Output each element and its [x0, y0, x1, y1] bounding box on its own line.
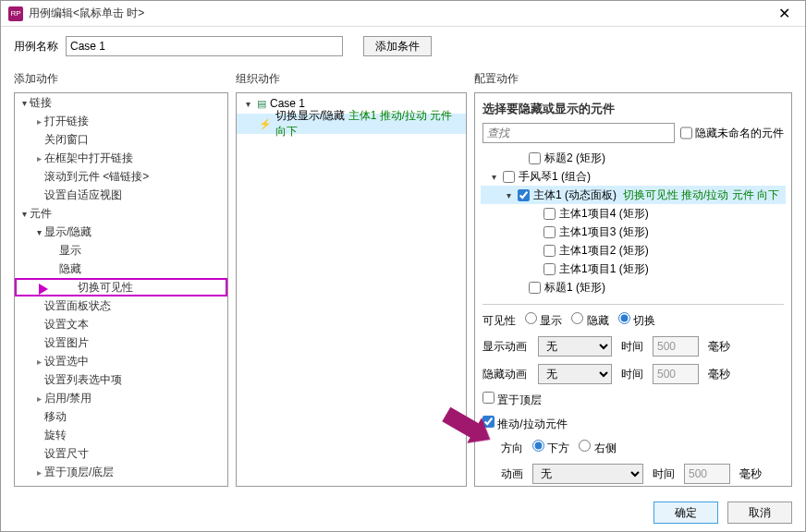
- add-condition-button[interactable]: 添加条件: [363, 36, 432, 56]
- tree-move[interactable]: 移动: [15, 407, 227, 426]
- widget-tree[interactable]: 标题2 (矩形) ▾手风琴1 (组合) ▾主体1 (动态面板) 切换可见性 推动…: [475, 149, 791, 300]
- anim-time-input: [684, 464, 730, 484]
- case-action-text: 切换显示/隐藏 主体1 推动/拉动 元件 向下: [275, 108, 466, 139]
- org-action-header: 组织动作: [236, 69, 467, 92]
- wt-title1[interactable]: 标题1 (矩形): [481, 278, 786, 296]
- tree-show-hide[interactable]: ▾显示/隐藏: [15, 223, 227, 241]
- tree-panel-state[interactable]: 设置面板状态: [15, 296, 227, 315]
- direction-label: 方向: [501, 441, 523, 456]
- tree-set-image[interactable]: 设置图片: [15, 333, 227, 352]
- close-icon[interactable]: ✕: [771, 5, 798, 22]
- time-label-2: 时间: [621, 367, 643, 382]
- ms-1: 毫秒: [708, 339, 730, 355]
- tree-open-link[interactable]: ▸打开链接: [15, 112, 227, 130]
- search-input[interactable]: [482, 123, 675, 143]
- case-icon: ▤: [257, 98, 266, 110]
- ms-2: 毫秒: [708, 367, 730, 382]
- hide-time-input: [653, 364, 699, 384]
- selection-arrow-icon: [39, 284, 48, 295]
- vis-hide-radio[interactable]: 隐藏: [571, 312, 608, 329]
- wt-title2[interactable]: 标题2 (矩形): [481, 149, 786, 167]
- tree-show[interactable]: 显示: [15, 241, 227, 260]
- vis-toggle-radio[interactable]: 切换: [618, 312, 655, 329]
- visibility-label: 可见性: [482, 313, 516, 329]
- tree-close-window[interactable]: 关闭窗口: [15, 130, 227, 149]
- tree-bring-front[interactable]: ▸置于顶层/底层: [15, 463, 227, 481]
- anim-select[interactable]: 无: [532, 464, 643, 484]
- tree-open-in-frame[interactable]: ▸在框架中打开链接: [15, 149, 227, 167]
- wt-body-dp[interactable]: ▾主体1 (动态面板) 切换可见性 推动/拉动 元件 向下: [481, 186, 786, 204]
- dir-down-radio[interactable]: 下方: [532, 440, 569, 456]
- tree-hide[interactable]: 隐藏: [15, 260, 227, 278]
- wt-accordion[interactable]: ▾手风琴1 (组合): [481, 167, 786, 186]
- app-logo: RP: [8, 6, 23, 21]
- tree-toggle-visibility[interactable]: 切换可见性: [15, 278, 227, 296]
- tree-set-list-selected[interactable]: 设置列表选中项: [15, 370, 227, 389]
- tree-adaptive-view[interactable]: 设置自适应视图: [15, 186, 227, 204]
- tree-enable-disable[interactable]: ▸启用/禁用: [15, 389, 227, 407]
- hide-anim-label: 隐藏动画: [482, 367, 529, 382]
- visibility-row: 可见性 显示 隐藏 切换: [475, 308, 791, 332]
- show-time-input: [653, 336, 699, 357]
- ok-button[interactable]: 确定: [653, 502, 718, 524]
- case-action-row[interactable]: ⚡ 切换显示/隐藏 主体1 推动/拉动 元件 向下: [237, 114, 466, 134]
- bring-top-checkbox[interactable]: 置于顶层: [482, 392, 542, 408]
- wt-item1[interactable]: 主体1项目1 (矩形): [481, 260, 786, 278]
- wt-item3[interactable]: 主体1项目3 (矩形): [481, 223, 786, 241]
- tree-set-text[interactable]: 设置文本: [15, 315, 227, 333]
- config-action-header: 配置动作: [474, 69, 792, 92]
- anim-label: 动画: [501, 466, 523, 482]
- show-anim-label: 显示动画: [482, 339, 529, 355]
- case-panel[interactable]: ▾ ▤ Case 1 ⚡ 切换显示/隐藏 主体1 推动/拉动 元件 向下: [236, 92, 467, 487]
- tree-widget[interactable]: ▾元件: [15, 204, 227, 223]
- show-anim-select[interactable]: 无: [538, 336, 612, 357]
- vis-show-radio[interactable]: 显示: [525, 312, 562, 329]
- actions-tree[interactable]: ▾链接 ▸打开链接 关闭窗口 ▸在框架中打开链接 滚动到元件 <锚链接> 设置自…: [14, 92, 228, 487]
- select-widgets-header: 选择要隐藏或显示的元件: [475, 93, 791, 123]
- wt-item4[interactable]: 主体1项目4 (矩形): [481, 204, 786, 223]
- add-action-header: 添加动作: [14, 69, 228, 92]
- hide-anim-select[interactable]: 无: [538, 364, 612, 384]
- wt-item2[interactable]: 主体1项目2 (矩形): [481, 241, 786, 260]
- config-panel: 选择要隐藏或显示的元件 隐藏未命名的元件 标题2 (矩形) ▾手风琴1 (组合)…: [474, 92, 792, 487]
- tree-rotate[interactable]: 旋转: [15, 426, 227, 444]
- bolt-icon: ⚡: [259, 118, 272, 130]
- hide-unnamed-checkbox[interactable]: 隐藏未命名的元件: [680, 123, 784, 143]
- tree-set-size[interactable]: 设置尺寸: [15, 444, 227, 463]
- case-name-input[interactable]: [66, 36, 343, 56]
- window-title: 用例编辑<鼠标单击 时>: [29, 6, 771, 21]
- case-name-label: 用例名称: [14, 39, 58, 54]
- tree-scroll-anchor[interactable]: 滚动到元件 <锚链接>: [15, 167, 227, 186]
- time-label-3: 时间: [653, 466, 675, 482]
- dir-right-radio[interactable]: 右侧: [579, 440, 616, 456]
- tree-set-selected[interactable]: ▸设置选中: [15, 352, 227, 370]
- tree-link[interactable]: ▾链接: [15, 93, 227, 112]
- cancel-button[interactable]: 取消: [727, 502, 792, 524]
- ms-3: 毫秒: [739, 466, 762, 482]
- time-label-1: 时间: [621, 339, 643, 355]
